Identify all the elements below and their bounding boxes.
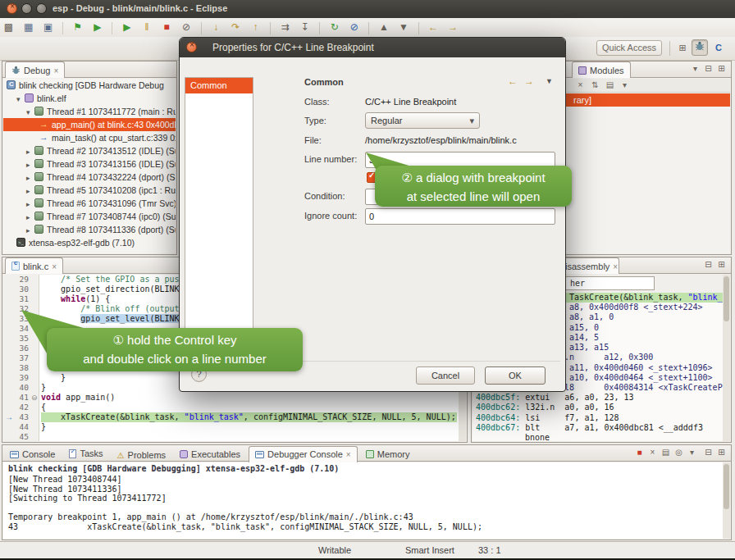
expander-closed-icon[interactable] (26, 171, 34, 184)
debug-tree-row[interactable]: xtensa-esp32-elf-gdb (7.10) (3, 236, 176, 249)
instruction-stepping-icon[interactable]: ⇉ (276, 19, 294, 35)
maximize-icon[interactable] (715, 448, 728, 457)
tab-modules[interactable]: Modules (572, 61, 631, 78)
minimize-icon[interactable] (702, 448, 714, 457)
debug-tree-row[interactable]: Thread #3 1073413156 (IDLE) (Susp (3, 157, 176, 171)
step-into-icon[interactable]: ↓ (208, 19, 225, 35)
ignore-count-input[interactable] (365, 208, 555, 225)
debug-icon[interactable]: ⚑ (69, 19, 86, 35)
line-number[interactable]: 39 (6, 373, 29, 383)
next-annotation-icon[interactable]: ▼ (395, 19, 412, 35)
clear-console-icon[interactable] (660, 448, 672, 457)
expander-closed-icon[interactable] (26, 224, 34, 236)
suspend-icon[interactable]: ‖ (139, 19, 156, 35)
close-icon[interactable] (52, 262, 57, 271)
open-perspective-icon[interactable]: ⊞ (674, 39, 691, 56)
line-number[interactable]: 40 (6, 383, 29, 393)
prev-annotation-icon[interactable]: ▲ (375, 19, 392, 35)
maximize-icon[interactable] (715, 260, 728, 269)
close-icon[interactable] (346, 449, 351, 459)
expander-closed-icon[interactable] (26, 198, 34, 210)
view-menu-icon[interactable] (619, 80, 631, 89)
line-number[interactable]: 38 (6, 363, 29, 373)
disassembly-row[interactable]: 400dbc62:l32i.n a0, a0, 16 (472, 403, 723, 412)
disassembly-row[interactable]: 400dbc5f:extui a6, a0, 23, 13 (472, 393, 723, 403)
resume-icon[interactable]: ▶ (118, 19, 135, 35)
view-menu-icon[interactable]: ▼ (546, 77, 553, 85)
cancel-button[interactable]: Cancel (416, 367, 475, 385)
quick-access-button[interactable]: Quick Access (596, 40, 662, 56)
save-icon[interactable]: ▦ (20, 19, 37, 35)
debug-tree-row-selected[interactable]: app_main() at blink.c:43 0x400dbc (3, 118, 176, 131)
line-number[interactable]: 36 (6, 344, 29, 353)
debug-tree-row[interactable]: blink checking [GDB Hardware Debug (3, 79, 176, 92)
scrollbar-thumb[interactable] (724, 464, 729, 509)
forward-icon[interactable]: → (445, 19, 462, 35)
disconnect-icon[interactable]: ⊘ (178, 19, 195, 35)
back-icon[interactable]: ← (425, 19, 442, 35)
restart-icon[interactable]: ↻ (326, 19, 343, 35)
tab-problems[interactable]: ⚠Problems (112, 447, 171, 463)
disassembly-row[interactable]: bnone (472, 433, 723, 441)
line-number[interactable]: 45 (6, 432, 29, 441)
line-number[interactable]: 32 (6, 304, 29, 314)
window-maximize-button[interactable] (36, 3, 47, 14)
step-return-icon[interactable]: ↑ (247, 19, 264, 35)
step-over-icon[interactable]: ↷ (227, 19, 244, 35)
line-number[interactable]: 44 (6, 422, 29, 432)
collapse-all-icon[interactable] (604, 80, 616, 89)
forward-icon[interactable]: → (524, 75, 534, 87)
tab-tasks[interactable]: Tasks (63, 445, 108, 462)
tab-memory[interactable]: Memory (360, 446, 416, 462)
console-output[interactable]: blink checking [GDB Hardware Debugging] … (3, 462, 730, 539)
line-number[interactable]: 29 (6, 275, 29, 285)
line-number[interactable]: 42 (6, 403, 29, 412)
window-minimize-button[interactable] (21, 3, 32, 14)
pin-console-icon[interactable] (673, 448, 685, 457)
terminate-icon[interactable]: ■ (158, 19, 176, 35)
close-icon[interactable] (613, 262, 618, 271)
code-line[interactable]: void app_main() (41, 393, 457, 403)
close-icon[interactable] (53, 66, 58, 75)
debug-tree-row[interactable]: blink.elf (3, 92, 176, 105)
disassembly-row[interactable]: 400dbc64:lsi f7, a1, 128 (472, 413, 723, 423)
clear-icon[interactable] (574, 80, 587, 89)
refresh-icon[interactable] (589, 80, 601, 89)
tab-debug[interactable]: Debug (5, 61, 65, 78)
debug-tree-row[interactable]: Thread #8 1073411336 (dport) (Sus (3, 223, 176, 236)
skip-breakpoints-icon[interactable]: ⊘ (345, 19, 363, 35)
expander-open-icon[interactable] (26, 106, 34, 118)
tab-executables[interactable]: Executables (174, 446, 246, 462)
line-number[interactable]: 31 (6, 294, 29, 304)
disassembly-scrollbar[interactable] (723, 275, 730, 441)
expander-closed-icon[interactable] (26, 211, 34, 223)
type-dropdown[interactable]: Regular (365, 112, 480, 129)
dialog-close-button[interactable] (186, 42, 197, 52)
maximize-icon[interactable] (715, 64, 728, 73)
run-icon[interactable]: ▶ (89, 19, 106, 35)
line-number[interactable]: 34 (6, 324, 29, 334)
line-number[interactable]: 33 (6, 314, 29, 324)
code-line[interactable]: { (41, 403, 457, 412)
line-number[interactable]: 30 (6, 285, 29, 294)
terminate-icon[interactable] (633, 448, 646, 457)
line-number-gutter[interactable]: 29 30 31 32 33 34 35 36 37 38 39 40 41 4… (3, 275, 39, 441)
dialog-title-bar[interactable]: Properties for C/C++ Line Breakpoint (180, 38, 565, 57)
fold-collapse-icon[interactable] (31, 393, 39, 403)
expander-closed-icon[interactable] (26, 184, 34, 197)
drop-to-frame-icon[interactable]: ↧ (296, 19, 313, 35)
line-number[interactable]: 35 (6, 334, 29, 344)
disassembly-row[interactable]: 400dbc67:blt a7, a1, 0x400dbc81 <__adddf… (472, 423, 723, 433)
expander-open-icon[interactable] (16, 93, 25, 105)
tab-debugger-console[interactable]: Debugger Console (249, 446, 358, 462)
minimize-icon[interactable] (702, 260, 714, 269)
code-line-current[interactable]: xTaskCreate(&blink_task, "blink_task", c… (41, 412, 457, 422)
back-icon[interactable]: ← (508, 75, 518, 87)
line-number[interactable]: 37 (6, 353, 29, 363)
nav-item-common[interactable]: Common (185, 78, 253, 93)
ok-button[interactable]: OK (485, 367, 546, 385)
cpp-perspective-button[interactable]: C (710, 39, 727, 56)
tab-console[interactable]: Console (4, 446, 61, 462)
code-line[interactable]: } (41, 422, 457, 432)
save-all-icon[interactable]: ▣ (39, 19, 57, 35)
